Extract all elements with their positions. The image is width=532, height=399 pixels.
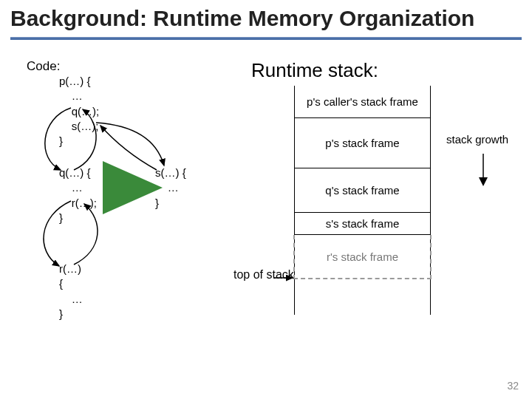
stack-growth-label: stack growth <box>446 133 508 146</box>
code-block-s: s(…) { … } <box>155 166 186 211</box>
code-block-p: p(…) { … q(…); s(…); } <box>59 74 99 149</box>
code-block-q: q(…) { … r(…); } <box>59 166 97 225</box>
stack-diagram: p's caller's stack frame p's stack frame… <box>294 86 431 315</box>
top-of-stack-label: top of stack <box>233 267 294 282</box>
frame-s: s's stack frame <box>295 213 430 235</box>
slide-title: Background: Runtime Memory Organization <box>0 0 532 34</box>
frame-r: r's stack frame <box>293 235 432 279</box>
frame-p-caller: p's caller's stack frame <box>295 86 430 118</box>
frame-q: q's stack frame <box>295 168 430 213</box>
page-number: 32 <box>507 380 519 392</box>
title-divider <box>10 37 522 40</box>
code-label: Code: <box>27 59 60 74</box>
code-block-r: r(…) { … } <box>59 262 83 321</box>
stack-growth-arrow-icon <box>476 152 491 189</box>
frame-p: p's stack frame <box>295 118 430 168</box>
runtime-stack-label: Runtime stack: <box>251 59 378 82</box>
